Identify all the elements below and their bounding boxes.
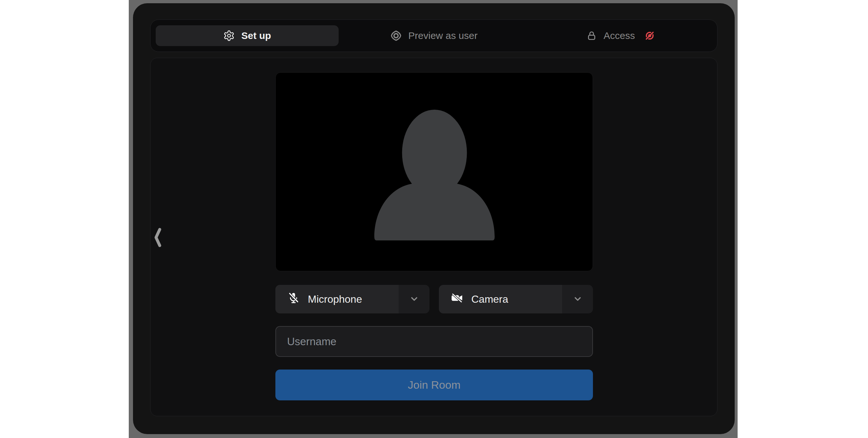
- join-room-button[interactable]: Join Room: [275, 370, 593, 400]
- lock-icon: [586, 30, 597, 41]
- microphone-label: Microphone: [308, 293, 362, 305]
- chevron-down-icon: [408, 293, 420, 306]
- tab-label: Preview as user: [408, 30, 477, 41]
- setup-content: Microphone: [275, 72, 593, 400]
- camera-select: Camera: [439, 285, 593, 313]
- chevron-down-icon: [572, 293, 584, 306]
- gear-icon: [223, 30, 235, 41]
- eye-icon: [390, 30, 402, 41]
- person-silhouette-avatar: [276, 73, 593, 271]
- setup-panel: Microphone: [150, 58, 717, 416]
- device-selector-row: Microphone: [275, 285, 593, 313]
- username-input[interactable]: [275, 326, 593, 357]
- tab-label: Set up: [241, 30, 271, 41]
- mic-off-icon: [287, 291, 300, 307]
- microphone-select: Microphone: [275, 285, 430, 313]
- microphone-dropdown-button[interactable]: [399, 285, 430, 313]
- access-restricted-badge: [644, 30, 655, 41]
- chevron-left-icon: [153, 227, 162, 249]
- setup-tab-bar: Set up Preview as user Access: [150, 20, 717, 52]
- camera-dropdown-button[interactable]: [562, 285, 593, 313]
- video-preview: [275, 72, 593, 271]
- microphone-button[interactable]: Microphone: [275, 285, 399, 313]
- tab-label: Access: [603, 30, 635, 41]
- camera-off-icon: [451, 291, 464, 307]
- tab-set-up[interactable]: Set up: [156, 25, 339, 46]
- screen: Set up Preview as user Access: [0, 0, 868, 438]
- tab-access[interactable]: Access: [529, 25, 712, 46]
- camera-label: Camera: [471, 293, 508, 305]
- tab-preview-as-user[interactable]: Preview as user: [343, 25, 525, 46]
- collapse-panel-handle[interactable]: [152, 227, 163, 249]
- eye-off-icon: [644, 30, 655, 41]
- camera-button[interactable]: Camera: [439, 285, 562, 313]
